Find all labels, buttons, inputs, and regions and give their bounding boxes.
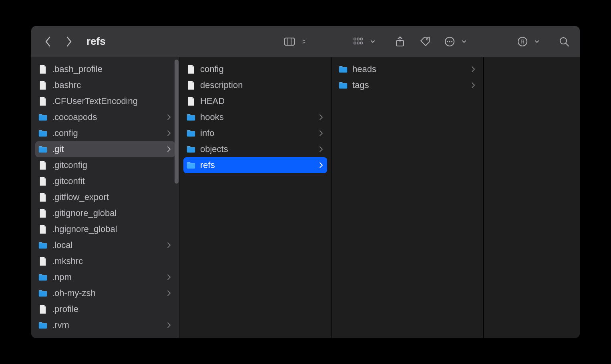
folder-icon <box>38 289 47 297</box>
chevron-right-icon <box>167 242 171 248</box>
file-item-label: .bashrc <box>52 80 171 90</box>
chevron-right-icon <box>167 130 171 136</box>
disclosure-arrow <box>167 114 171 120</box>
file-item[interactable]: HEAD <box>183 93 327 109</box>
group-by-menu-button[interactable] <box>366 35 380 48</box>
file-item[interactable]: .gitignore_global <box>35 205 175 221</box>
share-button[interactable] <box>393 35 407 48</box>
file-item[interactable]: .rvm <box>35 317 175 333</box>
back-button[interactable] <box>42 36 54 47</box>
file-item[interactable]: .local <box>35 237 175 253</box>
file-item[interactable]: .gitconfig <box>35 157 175 173</box>
action-button[interactable] <box>443 35 456 48</box>
svg-rect-5 <box>360 38 362 40</box>
file-item-label: .npm <box>52 272 162 282</box>
up-down-chevron-icon <box>301 39 306 44</box>
svg-marker-24 <box>44 193 46 195</box>
column-2: headstags <box>332 57 484 338</box>
file-item[interactable]: heads <box>336 61 479 77</box>
file-icon <box>38 160 47 170</box>
file-item[interactable]: objects <box>183 141 327 157</box>
svg-point-12 <box>447 41 448 42</box>
chevron-right-icon <box>167 274 171 280</box>
file-icon <box>187 96 195 106</box>
folder-icon <box>187 160 195 170</box>
file-item-label: tags <box>352 80 466 90</box>
svg-marker-30 <box>192 81 194 83</box>
action-menu-button[interactable] <box>457 35 471 48</box>
registered-icon: R <box>517 36 528 47</box>
folder-icon <box>38 128 47 138</box>
tags-button[interactable] <box>418 35 432 48</box>
file-item[interactable]: tags <box>336 77 479 93</box>
file-item[interactable]: .config <box>35 125 175 141</box>
folder-icon <box>38 241 47 249</box>
file-icon <box>187 64 195 74</box>
disclosure-arrow <box>167 274 171 280</box>
chevron-down-icon <box>370 39 375 44</box>
folder-icon <box>187 161 195 169</box>
file-item-label: heads <box>352 64 466 74</box>
file-item-label: .CFUserTextEncoding <box>52 96 171 106</box>
registered-button[interactable]: R <box>516 35 529 48</box>
disclosure-arrow <box>471 66 475 72</box>
file-item[interactable]: .bash_profile <box>35 61 175 77</box>
svg-marker-26 <box>44 225 46 227</box>
column-browser: .bash_profile.bashrc.CFUserTextEncoding.… <box>31 57 580 338</box>
group-by-button[interactable] <box>352 35 365 48</box>
file-item-label: .mkshrc <box>52 256 171 266</box>
chevron-right-icon <box>167 290 171 296</box>
registered-menu-button[interactable] <box>530 35 544 48</box>
file-item[interactable]: .npm <box>35 269 175 285</box>
file-item[interactable]: .hgignore_global <box>35 221 175 237</box>
disclosure-arrow <box>167 146 171 152</box>
file-icon <box>187 96 195 106</box>
file-item[interactable]: .git <box>35 141 175 157</box>
column-view-button[interactable] <box>283 35 296 48</box>
folder-icon <box>187 113 195 121</box>
file-item-label: .gitflow_export <box>52 192 171 202</box>
file-item[interactable]: .mkshrc <box>35 253 175 269</box>
toolbar: refs <box>31 26 580 57</box>
view-menu-button[interactable] <box>297 35 311 48</box>
file-item-label: HEAD <box>200 96 323 106</box>
folder-icon <box>38 273 47 281</box>
chevron-right-icon <box>167 114 171 120</box>
file-item[interactable]: .cocoapods <box>35 109 175 125</box>
column-0: .bash_profile.bashrc.CFUserTextEncoding.… <box>31 57 179 338</box>
file-item[interactable]: info <box>183 125 327 141</box>
file-icon <box>38 192 47 202</box>
forward-button[interactable] <box>63 36 74 47</box>
finder-window: refs <box>31 26 580 338</box>
file-item[interactable]: hooks <box>183 109 327 125</box>
folder-icon <box>38 145 47 153</box>
file-item[interactable]: .gitconfit <box>35 173 175 189</box>
svg-line-18 <box>566 43 569 46</box>
file-item[interactable]: description <box>183 77 327 93</box>
folder-icon <box>38 321 47 329</box>
file-item-label: config <box>200 64 323 74</box>
svg-point-14 <box>451 41 452 42</box>
file-item[interactable]: config <box>183 61 327 77</box>
file-item[interactable]: .bashrc <box>35 77 175 93</box>
scrollbar-thumb[interactable] <box>175 60 179 184</box>
svg-text:R: R <box>521 38 525 45</box>
file-item-label: .cocoapods <box>52 112 162 122</box>
file-item[interactable]: refs <box>183 157 327 173</box>
file-icon <box>38 224 47 234</box>
search-button[interactable] <box>557 35 571 48</box>
file-item[interactable]: .CFUserTextEncoding <box>35 93 175 109</box>
file-item[interactable]: .oh-my-zsh <box>35 285 175 301</box>
chevron-right-icon <box>320 114 323 120</box>
folder-icon <box>38 288 47 298</box>
file-item-label: .local <box>52 240 162 250</box>
file-item[interactable]: .profile <box>35 301 175 317</box>
file-item-label: .bash_profile <box>52 64 171 74</box>
file-icon <box>39 96 47 106</box>
folder-icon <box>339 64 348 74</box>
file-item[interactable]: .gitflow_export <box>35 189 175 205</box>
svg-rect-3 <box>354 38 356 40</box>
chevron-right-icon <box>320 146 323 152</box>
svg-rect-8 <box>360 42 362 44</box>
grid-group-icon <box>353 36 364 47</box>
